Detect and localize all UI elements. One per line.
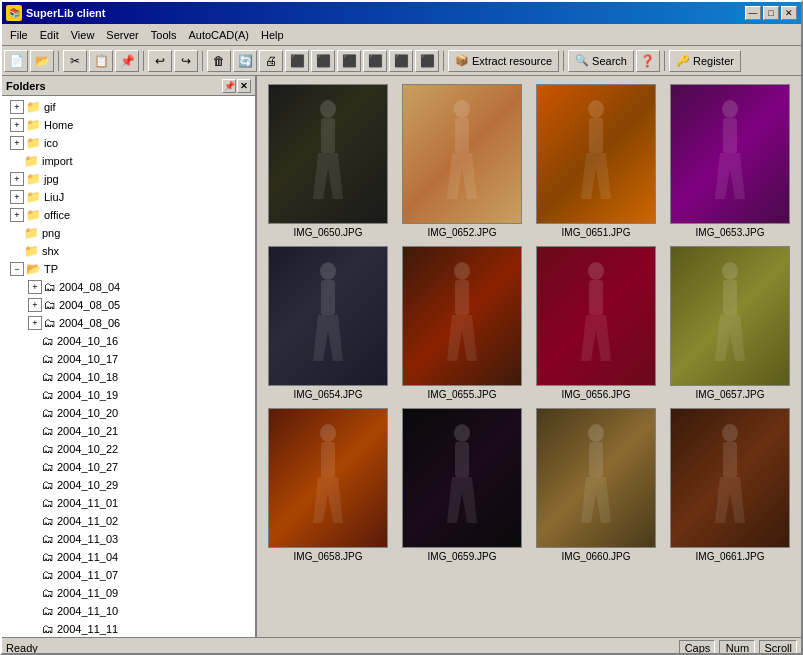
tree-item-tp[interactable]: − 📂 TP — [2, 260, 255, 278]
redo-button[interactable]: ↪ — [174, 50, 198, 72]
content-area[interactable]: IMG_0650.JPG IMG_0652.JPG IMG_0651.JPG I… — [257, 76, 801, 637]
help-icon-button[interactable]: ❓ — [636, 50, 660, 72]
svg-marker-14 — [313, 315, 343, 361]
tree-item-liuj[interactable]: + 📁 LiuJ — [2, 188, 255, 206]
tree-item-2004_11_01[interactable]: 🗂 2004_11_01 — [2, 494, 255, 512]
print-button[interactable]: 🖨 — [259, 50, 283, 72]
tb-btn-extra1[interactable]: ⬛ — [285, 50, 309, 72]
image-cell-10[interactable]: IMG_0660.JPG — [533, 408, 659, 562]
tree-item-2004_10_16[interactable]: 🗂 2004_10_16 — [2, 332, 255, 350]
folders-close-button[interactable]: ✕ — [237, 79, 251, 93]
delete-button[interactable]: 🗑 — [207, 50, 231, 72]
close-button[interactable]: ✕ — [781, 6, 797, 20]
minimize-button[interactable]: — — [745, 6, 761, 20]
tree-item-2004_11_07[interactable]: 🗂 2004_11_07 — [2, 566, 255, 584]
tree-item-2004_08_06[interactable]: + 🗂 2004_08_06 — [2, 314, 255, 332]
tree-expander-2004_08_05[interactable]: + — [28, 298, 42, 312]
folders-tree[interactable]: + 📁 gif + 📁 Home + 📁 ico — [2, 96, 255, 637]
tree-expander-gif[interactable]: + — [10, 100, 24, 114]
menu-bar: File Edit View Server Tools AutoCAD(A) H… — [2, 24, 801, 46]
svg-rect-34 — [723, 442, 737, 477]
image-cell-4[interactable]: IMG_0654.JPG — [265, 246, 391, 400]
image-label-8: IMG_0658.JPG — [294, 551, 363, 562]
tree-item-2004_11_11[interactable]: 🗂 2004_11_11 — [2, 620, 255, 637]
image-cell-7[interactable]: IMG_0657.JPG — [667, 246, 793, 400]
tree-item-2004_11_04[interactable]: 🗂 2004_11_04 — [2, 548, 255, 566]
folder-icon-2004_08_04: 🗂 — [44, 280, 56, 294]
tree-item-2004_11_10[interactable]: 🗂 2004_11_10 — [2, 602, 255, 620]
tree-item-shx[interactable]: 📁 shx — [2, 242, 255, 260]
tree-item-2004_11_03[interactable]: 🗂 2004_11_03 — [2, 530, 255, 548]
tree-item-jpg[interactable]: + 📁 jpg — [2, 170, 255, 188]
tree-label-2004_08_06: 2004_08_06 — [59, 317, 120, 329]
tree-item-2004_10_21[interactable]: 🗂 2004_10_21 — [2, 422, 255, 440]
paste-button[interactable]: 📌 — [115, 50, 139, 72]
image-cell-5[interactable]: IMG_0655.JPG — [399, 246, 525, 400]
folder-icon-2004_10_22: 🗂 — [42, 442, 54, 456]
tree-item-2004_08_05[interactable]: + 🗂 2004_08_05 — [2, 296, 255, 314]
folder-icon-shx: 📁 — [24, 244, 39, 258]
tree-expander-2004_08_04[interactable]: + — [28, 280, 42, 294]
menu-view[interactable]: View — [65, 27, 101, 43]
extract-resource-button[interactable]: 📦 Extract resource — [448, 50, 559, 72]
svg-point-24 — [320, 424, 336, 442]
image-cell-8[interactable]: IMG_0658.JPG — [265, 408, 391, 562]
tree-item-ico[interactable]: + 📁 ico — [2, 134, 255, 152]
tree-item-import[interactable]: 📁 import — [2, 152, 255, 170]
image-cell-9[interactable]: IMG_0659.JPG — [399, 408, 525, 562]
tb-btn-extra5[interactable]: ⬛ — [389, 50, 413, 72]
tree-expander-home[interactable]: + — [10, 118, 24, 132]
image-cell-1[interactable]: IMG_0652.JPG — [399, 84, 525, 238]
copy-button[interactable]: 📋 — [89, 50, 113, 72]
menu-tools[interactable]: Tools — [145, 27, 183, 43]
maximize-button[interactable]: □ — [763, 6, 779, 20]
menu-help[interactable]: Help — [255, 27, 290, 43]
search-button[interactable]: 🔍 Search — [568, 50, 634, 72]
tree-item-2004_08_04[interactable]: + 🗂 2004_08_04 — [2, 278, 255, 296]
folder-icon-2004_11_02: 🗂 — [42, 514, 54, 528]
tree-item-2004_11_02[interactable]: 🗂 2004_11_02 — [2, 512, 255, 530]
menu-autocad[interactable]: AutoCAD(A) — [182, 27, 255, 43]
cut-button[interactable]: ✂ — [63, 50, 87, 72]
tree-item-2004_10_17[interactable]: 🗂 2004_10_17 — [2, 350, 255, 368]
tree-item-home[interactable]: + 📁 Home — [2, 116, 255, 134]
tree-item-2004_10_18[interactable]: 🗂 2004_10_18 — [2, 368, 255, 386]
image-cell-6[interactable]: IMG_0656.JPG — [533, 246, 659, 400]
extract-icon: 📦 — [455, 54, 469, 67]
tree-item-office[interactable]: + 📁 office — [2, 206, 255, 224]
refresh-button[interactable]: 🔄 — [233, 50, 257, 72]
tree-expander-2004_08_06[interactable]: + — [28, 316, 42, 330]
menu-server[interactable]: Server — [100, 27, 144, 43]
image-cell-3[interactable]: IMG_0653.JPG — [667, 84, 793, 238]
tree-item-2004_10_20[interactable]: 🗂 2004_10_20 — [2, 404, 255, 422]
tb-btn-extra2[interactable]: ⬛ — [311, 50, 335, 72]
tree-label-2004_11_02: 2004_11_02 — [57, 515, 118, 527]
folders-pin-button[interactable]: 📌 — [222, 79, 236, 93]
tree-expander-office[interactable]: + — [10, 208, 24, 222]
menu-file[interactable]: File — [4, 27, 34, 43]
tree-item-2004_11_09[interactable]: 🗂 2004_11_09 — [2, 584, 255, 602]
open-button[interactable]: 📂 — [30, 50, 54, 72]
new-button[interactable]: 📄 — [4, 50, 28, 72]
tree-expander-liuj[interactable]: + — [10, 190, 24, 204]
folders-panel: Folders 📌 ✕ + 📁 gif + 📁 Ho — [2, 76, 257, 637]
tb-btn-extra3[interactable]: ⬛ — [337, 50, 361, 72]
tree-item-2004_10_19[interactable]: 🗂 2004_10_19 — [2, 386, 255, 404]
image-cell-2[interactable]: IMG_0651.JPG — [533, 84, 659, 238]
image-cell-0[interactable]: IMG_0650.JPG — [265, 84, 391, 238]
image-cell-11[interactable]: IMG_0661.JPG — [667, 408, 793, 562]
menu-edit[interactable]: Edit — [34, 27, 65, 43]
tb-btn-extra4[interactable]: ⬛ — [363, 50, 387, 72]
tree-item-2004_10_29[interactable]: 🗂 2004_10_29 — [2, 476, 255, 494]
tree-item-gif[interactable]: + 📁 gif — [2, 98, 255, 116]
register-button[interactable]: 🔑 Register — [669, 50, 741, 72]
tree-item-2004_10_27[interactable]: 🗂 2004_10_27 — [2, 458, 255, 476]
tb-btn-extra6[interactable]: ⬛ — [415, 50, 439, 72]
svg-rect-10 — [723, 118, 737, 153]
tree-expander-tp[interactable]: − — [10, 262, 24, 276]
tree-expander-ico[interactable]: + — [10, 136, 24, 150]
tree-item-2004_10_22[interactable]: 🗂 2004_10_22 — [2, 440, 255, 458]
undo-button[interactable]: ↩ — [148, 50, 172, 72]
tree-item-png[interactable]: 📁 png — [2, 224, 255, 242]
tree-expander-jpg[interactable]: + — [10, 172, 24, 186]
